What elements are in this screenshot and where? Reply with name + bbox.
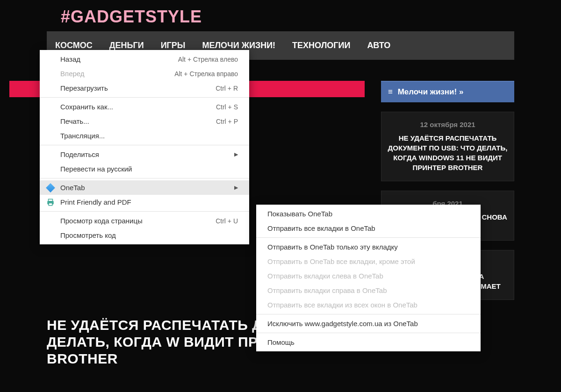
menu-label: Отправить вкладки слева в OneTab <box>267 272 469 280</box>
menu-item-share[interactable]: Поделиться ▶ <box>40 147 249 162</box>
menu-label: Исключить www.gadgetstyle.com.ua из OneT… <box>267 320 469 328</box>
menu-shortcut: Alt + Стрелка вправо <box>174 70 238 78</box>
menu-shortcut: Alt + Стрелка влево <box>178 56 238 63</box>
menu-label: Помощь <box>267 338 469 346</box>
menu-item-translate[interactable]: Перевести на русский <box>40 162 249 176</box>
menu-item-back[interactable]: Назад Alt + Стрелка влево <box>40 52 249 66</box>
menu-item-view-source[interactable]: Просмотр кода страницы Ctrl + U <box>40 214 249 228</box>
menu-shortcut: Ctrl + S <box>216 103 238 111</box>
menu-label: Трансляция... <box>60 132 238 140</box>
submenu-item-send-except: Отправить в OneTab все вкладки, кроме эт… <box>256 254 481 269</box>
post-title: НЕ УДАЁТСЯ РАСПЕЧАТАТЬ ДОКУМЕНТ ПО USB: … <box>387 133 508 172</box>
menu-item-forward: Вперед Alt + Стрелка вправо <box>40 66 249 81</box>
menu-label: Отправить вкладки справа в OneTab <box>267 286 469 294</box>
submenu-item-send-right: Отправить вкладки справа в OneTab <box>256 283 481 298</box>
context-menu: Назад Alt + Стрелка влево Вперед Alt + С… <box>40 50 249 244</box>
submenu-item-send-left: Отправить вкладки слева в OneTab <box>256 269 481 283</box>
nav-item-tehnologii[interactable]: ТЕХНОЛОГИИ <box>284 31 359 60</box>
sidebar-header[interactable]: ≡ Мелочи жизни! » <box>381 81 514 102</box>
menu-label: OneTab <box>60 184 234 192</box>
submenu-item-show-onetab[interactable]: Показывать OneTab <box>256 207 481 221</box>
menu-shortcut: Ctrl + U <box>216 217 238 225</box>
chevron-right-icon: ▶ <box>234 185 238 191</box>
submenu-item-help[interactable]: Помощь <box>256 335 481 349</box>
menu-label: Назад <box>60 55 178 63</box>
menu-label: Отправить все вкладки из всех окон в One… <box>267 301 469 309</box>
site-title: #GADGETSTYLE <box>9 0 552 31</box>
menu-label: Отправить все вкладки в OneTab <box>267 224 469 232</box>
menu-label: Перезагрузить <box>60 84 216 92</box>
submenu-item-exclude[interactable]: Исключить www.gadgetstyle.com.ua из OneT… <box>256 316 481 331</box>
menu-label: Print Friendly and PDF <box>60 198 238 206</box>
submenu-item-send-all-windows: Отправить все вкладки из всех окон в One… <box>256 298 481 312</box>
menu-label: Вперед <box>60 70 174 78</box>
menu-label: Показывать OneTab <box>267 210 469 218</box>
menu-item-print[interactable]: Печать... Ctrl + P <box>40 114 249 128</box>
menu-item-cast[interactable]: Трансляция... <box>40 128 249 143</box>
menu-icon: ≡ <box>388 87 393 96</box>
menu-label: Просмотр кода страницы <box>60 217 216 225</box>
menu-label: Просмотреть код <box>60 231 238 239</box>
menu-label: Печать... <box>60 117 216 125</box>
context-submenu-onetab: Показывать OneTab Отправить все вкладки … <box>256 205 481 351</box>
menu-label: Перевести на русский <box>60 165 238 173</box>
menu-item-inspect[interactable]: Просмотреть код <box>40 228 249 242</box>
menu-shortcut: Ctrl + R <box>216 85 238 92</box>
menu-item-print-friendly[interactable]: Print Friendly and PDF <box>40 195 249 209</box>
submenu-item-send-all[interactable]: Отправить все вкладки в OneTab <box>256 221 481 235</box>
printer-icon <box>46 198 55 207</box>
post-date: 12 октября 2021 <box>387 121 508 128</box>
menu-label: Отправить в OneTab все вкладки, кроме эт… <box>267 257 469 265</box>
menu-label: Отправить в OneTab только эту вкладку <box>267 243 469 251</box>
nav-item-avto[interactable]: АВТО <box>359 31 399 60</box>
menu-item-reload[interactable]: Перезагрузить Ctrl + R <box>40 81 249 95</box>
menu-shortcut: Ctrl + P <box>216 118 238 125</box>
menu-label: Сохранить как... <box>60 103 216 111</box>
svg-rect-2 <box>49 203 52 205</box>
diamond-icon <box>46 184 55 192</box>
submenu-item-send-this[interactable]: Отправить в OneTab только эту вкладку <box>256 240 481 254</box>
post-card[interactable]: 12 октября 2021 НЕ УДАЁТСЯ РАСПЕЧАТАТЬ Д… <box>381 112 514 181</box>
chevron-right-icon: ▶ <box>234 151 238 157</box>
menu-item-save-as[interactable]: Сохранить как... Ctrl + S <box>40 100 249 114</box>
sidebar-header-label: Мелочи жизни! » <box>398 87 464 96</box>
menu-label: Поделиться <box>60 150 234 158</box>
menu-item-onetab[interactable]: OneTab ▶ <box>40 180 249 195</box>
